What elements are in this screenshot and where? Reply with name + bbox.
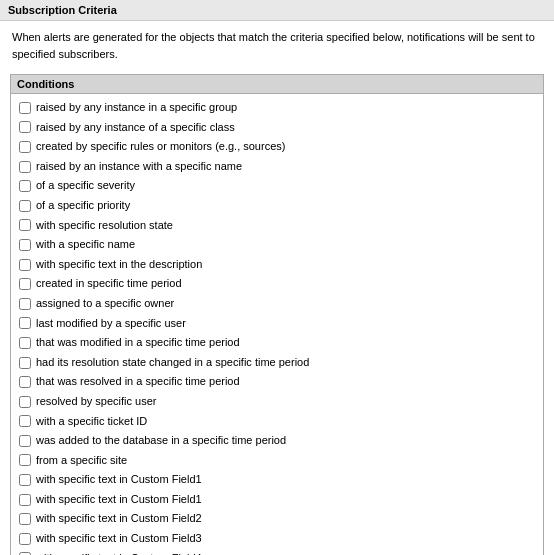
list-item: with specific text in Custom Field4 (17, 549, 537, 555)
condition-checkbox-20[interactable] (19, 494, 31, 506)
condition-label-15: resolved by specific user (36, 393, 156, 411)
condition-label-5: of a specific priority (36, 197, 130, 215)
condition-checkbox-6[interactable] (19, 219, 31, 231)
condition-checkbox-11[interactable] (19, 317, 31, 329)
description-text: When alerts are generated for the object… (0, 21, 554, 70)
list-item: that was modified in a specific time per… (17, 333, 537, 353)
list-item: resolved by specific user (17, 392, 537, 412)
condition-label-13: had its resolution state changed in a sp… (36, 354, 309, 372)
list-item: created in specific time period (17, 274, 537, 294)
list-item: with a specific name (17, 235, 537, 255)
list-item: with specific text in Custom Field2 (17, 509, 537, 529)
condition-label-14: that was resolved in a specific time per… (36, 373, 240, 391)
condition-label-4: of a specific severity (36, 177, 135, 195)
condition-checkbox-4[interactable] (19, 180, 31, 192)
condition-label-1: raised by any instance of a specific cla… (36, 119, 235, 137)
condition-checkbox-9[interactable] (19, 278, 31, 290)
list-item: with specific text in the description (17, 255, 537, 275)
list-item: of a specific severity (17, 176, 537, 196)
list-item: raised by any instance in a specific gro… (17, 98, 537, 118)
condition-checkbox-14[interactable] (19, 376, 31, 388)
list-item: with specific resolution state (17, 216, 537, 236)
conditions-list: raised by any instance in a specific gro… (11, 94, 543, 555)
condition-label-0: raised by any instance in a specific gro… (36, 99, 237, 117)
list-item: from a specific site (17, 451, 537, 471)
list-item: with specific text in Custom Field1 (17, 490, 537, 510)
conditions-header: Conditions (11, 75, 543, 94)
condition-checkbox-18[interactable] (19, 454, 31, 466)
condition-label-2: created by specific rules or monitors (e… (36, 138, 285, 156)
condition-label-19: with specific text in Custom Field1 (36, 471, 202, 489)
list-item: with a specific ticket ID (17, 412, 537, 432)
condition-label-7: with a specific name (36, 236, 135, 254)
list-item: that was resolved in a specific time per… (17, 372, 537, 392)
condition-checkbox-5[interactable] (19, 200, 31, 212)
condition-checkbox-22[interactable] (19, 533, 31, 545)
condition-label-8: with specific text in the description (36, 256, 202, 274)
list-item: created by specific rules or monitors (e… (17, 137, 537, 157)
condition-checkbox-2[interactable] (19, 141, 31, 153)
condition-checkbox-16[interactable] (19, 415, 31, 427)
condition-checkbox-7[interactable] (19, 239, 31, 251)
condition-label-3: raised by an instance with a specific na… (36, 158, 242, 176)
condition-label-22: with specific text in Custom Field3 (36, 530, 202, 548)
condition-checkbox-17[interactable] (19, 435, 31, 447)
list-item: of a specific priority (17, 196, 537, 216)
condition-checkbox-13[interactable] (19, 357, 31, 369)
condition-label-12: that was modified in a specific time per… (36, 334, 240, 352)
condition-checkbox-15[interactable] (19, 396, 31, 408)
condition-checkbox-21[interactable] (19, 513, 31, 525)
condition-checkbox-1[interactable] (19, 121, 31, 133)
condition-label-23: with specific text in Custom Field4 (36, 550, 202, 555)
condition-checkbox-0[interactable] (19, 102, 31, 114)
list-item: with specific text in Custom Field3 (17, 529, 537, 549)
list-item: assigned to a specific owner (17, 294, 537, 314)
condition-checkbox-3[interactable] (19, 161, 31, 173)
list-item: was added to the database in a specific … (17, 431, 537, 451)
condition-label-10: assigned to a specific owner (36, 295, 174, 313)
condition-label-17: was added to the database in a specific … (36, 432, 286, 450)
condition-label-11: last modified by a specific user (36, 315, 186, 333)
condition-label-20: with specific text in Custom Field1 (36, 491, 202, 509)
list-item: had its resolution state changed in a sp… (17, 353, 537, 373)
title-bar: Subscription Criteria (0, 0, 554, 21)
condition-label-21: with specific text in Custom Field2 (36, 510, 202, 528)
conditions-section: Conditions raised by any instance in a s… (10, 74, 544, 555)
list-item: with specific text in Custom Field1 (17, 470, 537, 490)
list-item: last modified by a specific user (17, 314, 537, 334)
condition-label-16: with a specific ticket ID (36, 413, 147, 431)
subscription-criteria-page: Subscription Criteria When alerts are ge… (0, 0, 554, 555)
condition-label-6: with specific resolution state (36, 217, 173, 235)
condition-checkbox-8[interactable] (19, 259, 31, 271)
list-item: raised by any instance of a specific cla… (17, 118, 537, 138)
condition-label-18: from a specific site (36, 452, 127, 470)
page-title: Subscription Criteria (8, 4, 117, 16)
condition-checkbox-19[interactable] (19, 474, 31, 486)
condition-checkbox-10[interactable] (19, 298, 31, 310)
condition-label-9: created in specific time period (36, 275, 182, 293)
condition-checkbox-12[interactable] (19, 337, 31, 349)
list-item: raised by an instance with a specific na… (17, 157, 537, 177)
